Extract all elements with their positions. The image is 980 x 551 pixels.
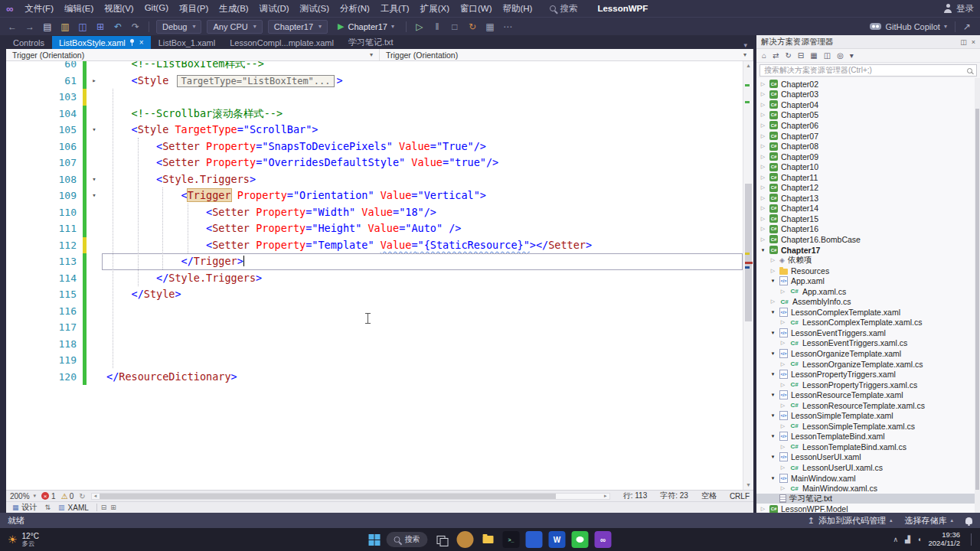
properties-icon[interactable]: ◫ [824,51,831,60]
collapsed-arrow-icon[interactable]: ▷ [779,423,786,429]
collapsed-arrow-icon[interactable]: ▷ [760,143,766,149]
code-text[interactable]: <Style TargetType="ScrollBar"> [102,122,743,139]
split-vertical-icon[interactable]: ⊞ [110,504,116,511]
tree-item-Chapter13[interactable]: ▷C#Chapter13 [756,193,980,204]
start-without-debugging-icon[interactable]: ▷ [412,21,427,32]
tree-item-LessonComplexTemplate.xaml.cs[interactable]: ▷C#LessonComplexTemplate.xaml.cs [756,318,980,328]
tree-item-AssemblyInfo.cs[interactable]: ▷C#AssemblyInfo.cs [756,296,980,307]
scroll-left-icon[interactable]: ◂ [92,493,100,499]
code-text[interactable]: <Style.Triggers> [102,171,743,188]
collapsed-arrow-icon[interactable]: ▷ [760,506,766,512]
taskbar-app-file-explorer[interactable] [480,531,497,548]
more-tools-icon[interactable]: ⋯ [500,21,515,32]
expanded-arrow-icon[interactable]: ▾ [769,350,776,357]
open-file-icon[interactable]: ▥ [57,21,73,32]
collapsed-arrow-icon[interactable]: ▷ [760,174,766,181]
tree-item-MainWindow.xaml.cs[interactable]: ▷C#MainWindow.xaml.cs [756,483,980,494]
save-all-icon[interactable]: ⊞ [93,21,108,32]
tree-item-LessonResourceTemplate.xaml.cs[interactable]: ▷C#LessonResourceTemplate.xaml.cs [756,400,980,411]
combo-Any CPU[interactable]: Any CPU▾ [207,20,262,34]
taskbar-app-wechat[interactable] [572,531,589,548]
nav-forward-icon[interactable]: → [22,21,38,32]
tree-item-LessonResourceTemplate.xaml[interactable]: ▾</>LessonResourceTemplate.xaml [756,390,980,400]
tab-LessonCompl...mplate.xaml[interactable]: LessonCompl...mplate.xaml [223,36,341,49]
collapsed-arrow-icon[interactable]: ▷ [760,184,766,191]
code-text[interactable]: </Trigger> [102,253,743,270]
expanded-arrow-icon[interactable]: ▾ [769,330,776,336]
quick-launch-search[interactable]: 搜索 [550,3,577,15]
tree-item-LessonEventTriggers.xaml[interactable]: ▾</>LessonEventTriggers.xaml [756,328,980,338]
collapsed-arrow-icon[interactable]: ▷ [760,205,766,211]
collapsed-arrow-icon[interactable]: ▷ [779,319,786,325]
expanded-arrow-icon[interactable]: ▾ [769,454,776,460]
code-text[interactable] [102,336,743,353]
code-text[interactable]: <Setter Property="SnapsToDevicePixels" V… [102,139,743,155]
clock[interactable]: 19:36 2024/11/2 [928,531,960,548]
taskbar-search[interactable]: 搜索 [387,532,428,547]
code-text[interactable]: <Setter Property="Width" Value="18"/> [102,204,743,221]
tree-item-依赖项[interactable]: ▷◈依赖项 [756,255,980,266]
collapsed-arrow-icon[interactable]: ▷ [760,236,766,243]
tree-item-Chapter09[interactable]: ▷C#Chapter09 [756,152,980,162]
collapsed-arrow-icon[interactable]: ▷ [760,164,766,170]
collapsed-arrow-icon[interactable]: ▷ [769,268,776,274]
collapsed-arrow-icon[interactable]: ▷ [779,361,786,367]
menu-item-分析(N)[interactable]: 分析(N) [335,2,375,16]
tree-item-LessonUserUI.xaml.cs[interactable]: ▷C#LessonUserUI.xaml.cs [756,462,980,473]
code-text[interactable]: <Setter Property="Template" Value="{Stat… [102,237,743,254]
code-text[interactable] [102,352,743,369]
more-options-icon[interactable]: ▾ [850,51,854,60]
tree-item-LessonSimpleTemplate.xaml[interactable]: ▾</>LessonSimpleTemplate.xaml [756,411,980,422]
combo-Chapter17[interactable]: Chapter17▾ [268,20,328,34]
tree-item-LessonPropertyTriggers.xaml.cs[interactable]: ▷C#LessonPropertyTriggers.xaml.cs [756,380,980,390]
start-button[interactable] [369,534,381,546]
combo-Debug[interactable]: Debug▾ [156,20,201,34]
taskbar-app-app-bronze-circle[interactable] [457,531,474,548]
start-debugging-button[interactable]: ▶Chapter17▾ [332,20,400,34]
error-count[interactable]: × 1 [41,492,56,500]
code-text[interactable]: <Trigger Property="Orientation" Value="V… [102,187,743,204]
collapsed-arrow-icon[interactable]: ▷ [779,382,786,388]
code-editor[interactable]: 60<!--ListBoxItem样式-->61▸<Style TargetTy… [6,61,753,490]
select-repository-button[interactable]: 选择存储库 ▴ [904,515,953,527]
tree-item-Chapter17[interactable]: ▾C#Chapter17 [756,245,980,256]
tree-item-Chapter08[interactable]: ▷C#Chapter08 [756,141,980,152]
tree-item-LessonPropertyTriggers.xaml[interactable]: ▾</>LessonPropertyTriggers.xaml [756,369,980,380]
tree-item-Chapter02[interactable]: ▷C#Chapter02 [756,79,980,90]
pin-icon[interactable] [130,39,135,46]
expanded-arrow-icon[interactable]: ▾ [769,392,776,398]
menu-item-编辑(E)[interactable]: 编辑(E) [59,2,99,16]
code-text[interactable]: </ResourceDictionary> [102,369,743,386]
refresh-icon[interactable]: ↻ [785,51,791,60]
fold-expanded-icon[interactable]: ▾ [87,187,102,204]
collapsed-arrow-icon[interactable]: ▷ [760,195,766,201]
home-icon[interactable]: ⌂ [762,51,766,60]
tree-item-学习笔记.txt[interactable]: 学习笔记.txt [756,494,980,504]
tree-item-LessonUserUI.xaml[interactable]: ▾</>LessonUserUI.xaml [756,452,980,463]
tree-item-Chapter15[interactable]: ▷C#Chapter15 [756,214,980,224]
scrollbar-thumb[interactable] [975,109,979,490]
horizontal-scrollbar[interactable]: ◂ ▸ [91,493,610,500]
tree-item-Chapter05[interactable]: ▷C#Chapter05 [756,110,980,121]
navbar-left-dropdown[interactable]: Trigger (Orientation) ▾ [6,49,380,60]
code-text[interactable] [102,303,743,320]
stop-icon[interactable]: □ [447,21,462,32]
tree-item-LessonOrganizeTemplate.xaml.cs[interactable]: ▷C#LessonOrganizeTemplate.xaml.cs [756,359,980,370]
tree-item-Chapter16.BombCase[interactable]: ▷C#Chapter16.BombCase [756,234,980,245]
add-to-source-control-button[interactable]: ↥ 添加到源代码管理 ▴ [808,515,893,527]
menu-item-工具(T)[interactable]: 工具(T) [375,2,415,16]
menu-item-文件(F)[interactable]: 文件(F) [19,2,59,16]
xaml-view-tab[interactable]: ▥ XAML [54,504,93,512]
tree-item-Chapter07[interactable]: ▷C#Chapter07 [756,131,980,142]
collapsed-arrow-icon[interactable]: ▷ [769,257,776,263]
navbar-right-dropdown[interactable]: Trigger (Orientation) ▾ [380,49,753,60]
expanded-arrow-icon[interactable]: ▾ [760,247,766,253]
expanded-arrow-icon[interactable]: ▾ [769,309,776,315]
weather-widget[interactable]: ☀ 12°C 多云 [8,532,39,547]
code-text[interactable] [102,319,743,336]
code-text[interactable]: <Style TargetType="ListBoxItem"...> [102,73,743,90]
tab-list-chevron-icon[interactable]: ▾ [743,41,753,49]
undo-icon[interactable]: ↶ [110,21,126,32]
collapsed-arrow-icon[interactable]: ▷ [779,403,786,409]
switch-views-icon[interactable]: ⇄ [773,51,779,60]
